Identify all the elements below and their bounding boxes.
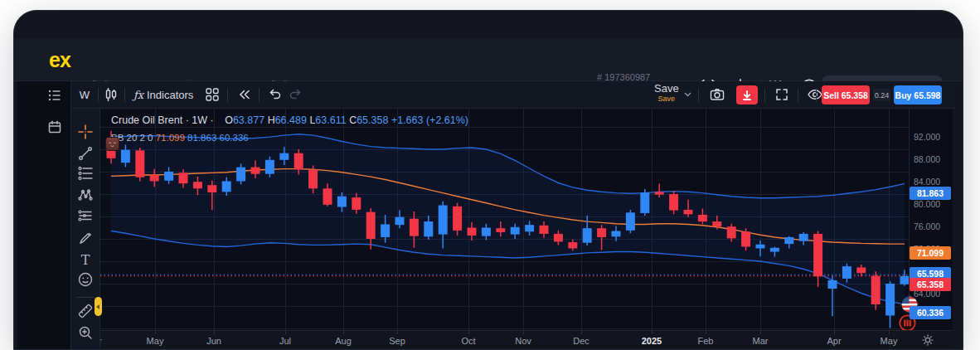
trend-line-tool[interactable] bbox=[76, 144, 95, 163]
zoom-in-tool[interactable] bbox=[76, 323, 95, 342]
spread-value: 0.24 bbox=[873, 89, 890, 101]
time-axis-label: May bbox=[874, 336, 904, 346]
crosshair-tool[interactable] bbox=[76, 123, 95, 141]
time-axis-tick bbox=[760, 331, 761, 334]
time-axis-tick bbox=[834, 331, 835, 334]
time-axis-label: May bbox=[140, 336, 170, 346]
bb-lower-value: 60.336 bbox=[220, 133, 249, 143]
ohlc-low: 63.611 bbox=[315, 114, 346, 126]
bb-mid-value: 71.099 bbox=[156, 133, 185, 143]
ohlc-change: +1.663 (+2.61%) bbox=[391, 114, 468, 126]
save-button[interactable]: Save Save bbox=[654, 84, 679, 102]
time-axis-tick bbox=[468, 331, 469, 334]
legend-timeframe: 1W bbox=[192, 114, 207, 126]
axis-settings-icon[interactable] bbox=[921, 333, 936, 348]
brush-tool[interactable] bbox=[76, 229, 95, 247]
time-axis-tick bbox=[581, 331, 582, 334]
price-tick: 92.000 bbox=[914, 131, 940, 143]
chart-toolbar: W ƒx Indicators Save bbox=[70, 81, 956, 109]
chart-area[interactable]: Crude Oil Brent · 1W · O63.877 H66.489 L… bbox=[100, 109, 953, 330]
time-axis-label: 2025 bbox=[637, 336, 667, 346]
panel-handle[interactable] bbox=[95, 297, 102, 316]
download-icon[interactable] bbox=[736, 85, 758, 105]
time-axis-label: Oct bbox=[454, 336, 483, 346]
indicator-legend[interactable]: BB 20 2 0 71.099 81.863 60.336 bbox=[111, 133, 249, 143]
time-axis-label: Nov bbox=[508, 336, 538, 346]
price-tick: 80.000 bbox=[914, 198, 940, 210]
price-badge: 60.336 bbox=[910, 306, 951, 319]
time-axis-label: Jul bbox=[270, 336, 300, 346]
time-axis[interactable]: AprMayJunJulAugSepOctNovDec2025FebMarApr… bbox=[100, 330, 953, 350]
page: ex XAG/USD UKOIL bbox=[0, 0, 980, 350]
ohlc-high: 66.489 bbox=[275, 114, 307, 126]
time-axis-tick bbox=[397, 331, 398, 334]
bb-upper-value: 81.863 bbox=[187, 133, 216, 143]
time-axis-label: Dec bbox=[566, 336, 596, 346]
undo-icon[interactable] bbox=[265, 85, 285, 104]
price-badge: 71.099 bbox=[910, 246, 951, 260]
xabcd-pattern-tool[interactable] bbox=[76, 186, 95, 204]
side-mini-rail bbox=[17, 81, 70, 349]
sell-button[interactable]: Sell 65.358 bbox=[822, 85, 870, 105]
fx-icon: ƒx bbox=[131, 85, 146, 104]
calendar-icon[interactable] bbox=[47, 119, 62, 134]
candles-icon[interactable] bbox=[101, 85, 121, 104]
time-axis-tick bbox=[285, 331, 286, 334]
save-chevron-icon[interactable] bbox=[682, 85, 693, 104]
time-axis-label: Sep bbox=[382, 336, 412, 346]
time-axis-tick bbox=[889, 331, 890, 334]
fib-lines-tool[interactable] bbox=[76, 164, 95, 182]
camera-icon[interactable] bbox=[706, 85, 728, 104]
brand-logo: ex bbox=[49, 48, 70, 72]
price-badge: 65.358 bbox=[910, 278, 951, 291]
object-tree-icon[interactable] bbox=[47, 88, 62, 103]
redo-icon[interactable] bbox=[285, 85, 305, 104]
tools-divider bbox=[76, 297, 95, 298]
price-axis[interactable]: 92.00088.00084.00080.00076.00072.00068.0… bbox=[909, 109, 953, 330]
time-axis-label: Jun bbox=[199, 336, 229, 346]
ohlc-close: 65.358 bbox=[357, 114, 388, 126]
price-tick: 88.000 bbox=[914, 153, 940, 165]
time-axis-tick bbox=[652, 331, 653, 334]
timeframe-button[interactable]: W bbox=[75, 85, 95, 104]
header: ex XAG/USD UKOIL bbox=[14, 38, 963, 81]
time-axis-label: Mar bbox=[745, 336, 775, 346]
layout-grid-icon[interactable] bbox=[202, 85, 222, 104]
time-axis-tick bbox=[155, 331, 156, 334]
time-axis-tick bbox=[706, 331, 706, 334]
time-axis-label: Feb bbox=[691, 336, 720, 346]
price-badge: 81.863 bbox=[910, 187, 951, 200]
bear-sticker[interactable] bbox=[105, 137, 119, 151]
time-axis-tick bbox=[214, 331, 215, 334]
symbol-name: Crude Oil Brent bbox=[111, 114, 182, 126]
buy-button[interactable]: Buy 65.598 bbox=[894, 85, 942, 105]
time-axis-tick bbox=[523, 331, 524, 334]
time-axis-label: Apr bbox=[819, 336, 849, 346]
text-tool[interactable]: T bbox=[76, 250, 95, 269]
time-axis-label: Aug bbox=[328, 336, 358, 346]
rewind-icon[interactable] bbox=[234, 85, 254, 104]
fullscreen-icon[interactable] bbox=[771, 85, 793, 104]
price-tick: 76.000 bbox=[914, 221, 940, 232]
time-axis-label: Apr bbox=[100, 336, 109, 346]
app-window: ex XAG/USD UKOIL bbox=[13, 10, 963, 350]
chart-legend[interactable]: Crude Oil Brent · 1W · O63.877 H66.489 L… bbox=[111, 114, 468, 126]
price-tick: 84.000 bbox=[914, 176, 940, 187]
projection-tool[interactable] bbox=[76, 207, 95, 225]
ruler-tool[interactable] bbox=[76, 302, 95, 320]
indicators-button[interactable]: Indicators bbox=[147, 85, 193, 104]
save-sub-label: Save bbox=[658, 95, 676, 103]
emoji-tool[interactable] bbox=[76, 270, 95, 289]
ohlc-open: 63.877 bbox=[233, 114, 264, 126]
time-axis-tick bbox=[343, 331, 344, 334]
